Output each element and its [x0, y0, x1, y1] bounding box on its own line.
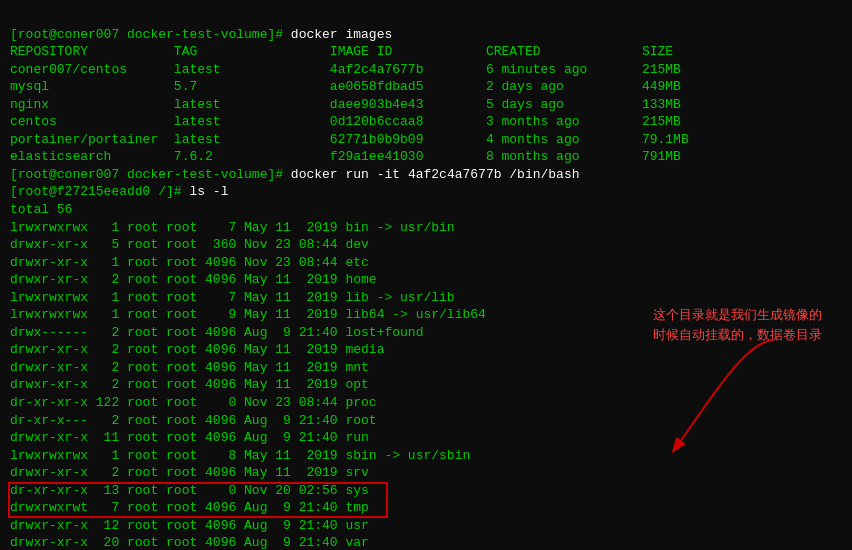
terminal-line: elasticsearch 7.6.2 f29a1ee41030 8 month…: [10, 148, 842, 166]
terminal-line: coner007/centos latest 4af2c4a7677b 6 mi…: [10, 61, 842, 79]
terminal-line: portainer/portainer latest 62771b0b9b09 …: [10, 131, 842, 149]
terminal-line: [root@coner007 docker-test-volume]# dock…: [10, 166, 842, 184]
terminal-line: [root@f27215eeadd0 /]# ls -l: [10, 183, 842, 201]
terminal-command: docker run -it 4af2c4a7677b /bin/bash: [291, 167, 580, 182]
terminal-line: total 56: [10, 201, 842, 219]
terminal-line: [root@coner007 docker-test-volume]# dock…: [10, 26, 842, 44]
terminal-line: nginx latest daee903b4e43 5 days ago 133…: [10, 96, 842, 114]
terminal-line: drwxr-xr-x 5 root root 360 Nov 23 08:44 …: [10, 236, 842, 254]
terminal-line: centos latest 0d120b6ccaa8 3 months ago …: [10, 113, 842, 131]
terminal-line: drwxrwxrwt 7 root root 4096 Aug 9 21:40 …: [10, 499, 842, 517]
terminal-line: drwxr-xr-x 20 root root 4096 Aug 9 21:40…: [10, 534, 842, 550]
terminal-line: drwxr-xr-x 12 root root 4096 Aug 9 21:40…: [10, 517, 842, 535]
terminal-prompt: [root@coner007 docker-test-volume]#: [10, 167, 291, 182]
terminal-prompt: [root@f27215eeadd0 /]#: [10, 184, 189, 199]
terminal-line: lrwxrwxrwx 1 root root 7 May 11 2019 lib…: [10, 289, 842, 307]
terminal-command: ls -l: [189, 184, 228, 199]
annotation-arrow: [624, 330, 824, 470]
terminal-line: mysql 5.7 ae0658fdbad5 2 days ago 449MB: [10, 78, 842, 96]
terminal-command: docker images: [291, 27, 392, 42]
terminal-line: dr-xr-xr-x 13 root root 0 Nov 20 02:56 s…: [10, 482, 842, 500]
terminal-line: drwxr-xr-x 1 root root 4096 Nov 23 08:44…: [10, 254, 842, 272]
terminal-line: drwxr-xr-x 2 root root 4096 May 11 2019 …: [10, 271, 842, 289]
terminal-prompt: [root@coner007 docker-test-volume]#: [10, 27, 291, 42]
terminal-line: lrwxrwxrwx 1 root root 7 May 11 2019 bin…: [10, 219, 842, 237]
terminal-line: REPOSITORY TAG IMAGE ID CREATED SIZE: [10, 43, 842, 61]
